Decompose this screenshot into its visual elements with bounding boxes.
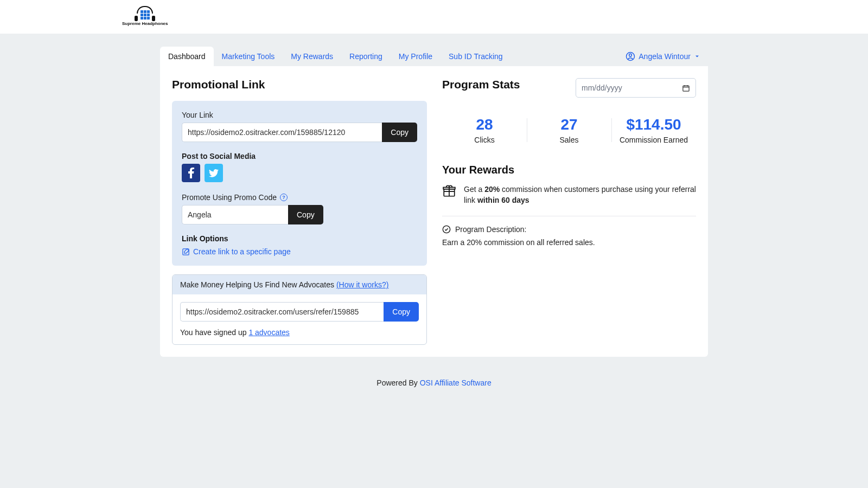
tab-dashboard[interactable]: Dashboard	[160, 47, 214, 66]
twitter-icon	[209, 169, 219, 177]
user-menu[interactable]: Angela Wintour	[626, 52, 708, 61]
facebook-button[interactable]	[182, 164, 200, 182]
nav-tabs: Dashboard Marketing Tools My Rewards Rep…	[160, 47, 708, 66]
post-social-label: Post to Social Media	[182, 152, 417, 160]
promo-heading: Promotional Link	[172, 78, 427, 91]
reward-line: Get a 20% commission when customers purc…	[442, 184, 696, 216]
tab-marketing-tools[interactable]: Marketing Tools	[214, 47, 283, 66]
user-icon	[626, 52, 635, 61]
facebook-icon	[188, 168, 194, 178]
create-link-specific-page[interactable]: Create link to a specific page	[182, 247, 417, 256]
headphones-icon	[135, 8, 155, 20]
promo-code-label: Promote Using Promo Code	[182, 193, 277, 202]
advocate-link-input[interactable]	[180, 302, 384, 322]
how-it-works-link[interactable]: (How it works?)	[336, 280, 388, 289]
stat-clicks: 28 Clicks	[442, 116, 527, 144]
top-header: Supreme Headphones	[0, 0, 868, 34]
rewards-heading: Your Rewards	[442, 164, 696, 176]
advocate-heading: Make Money Helping Us Find New Advocates…	[173, 275, 426, 294]
footer: Powered By OSI Affiliate Software	[0, 357, 868, 398]
stat-commission: $114.50 Commission Earned	[611, 116, 696, 144]
copy-advocate-button[interactable]: Copy	[384, 302, 419, 322]
help-icon[interactable]: ?	[280, 194, 288, 201]
twitter-button[interactable]	[205, 164, 223, 182]
stats-row: 28 Clicks 27 Sales $114.50 Commission Ea…	[442, 116, 696, 144]
checkmark-circle-icon	[442, 225, 451, 234]
edit-icon	[182, 248, 190, 256]
chevron-down-icon	[694, 53, 700, 60]
stat-sales: 27 Sales	[527, 116, 611, 144]
promo-box: Your Link Copy Post to Social Media Prom…	[172, 101, 427, 266]
brand-name: Supreme Headphones	[122, 21, 168, 26]
user-name: Angela Wintour	[639, 52, 691, 61]
link-options-heading: Link Options	[182, 234, 417, 243]
signed-up-text: You have signed up 1 advocates	[180, 328, 419, 337]
svg-point-6	[443, 226, 450, 233]
advocates-count-link[interactable]: 1 advocates	[248, 328, 290, 337]
copy-link-button[interactable]: Copy	[382, 123, 417, 142]
footer-link[interactable]: OSI Affiliate Software	[420, 378, 492, 387]
copy-promo-button[interactable]: Copy	[288, 205, 323, 224]
date-filter-input[interactable]: mm/dd/yyyy	[576, 78, 696, 98]
program-desc-label-row: Program Description:	[442, 225, 696, 234]
svg-point-1	[629, 54, 632, 56]
main-card: Promotional Link Your Link Copy Post to …	[160, 66, 708, 357]
program-desc-text: Earn a 20% commission on all referred sa…	[442, 237, 696, 248]
your-link-input[interactable]	[182, 123, 382, 142]
gift-icon	[442, 184, 456, 198]
promo-code-input[interactable]	[182, 205, 288, 224]
tab-my-rewards[interactable]: My Rewards	[283, 47, 341, 66]
svg-rect-3	[683, 86, 689, 91]
your-link-label: Your Link	[182, 111, 417, 119]
calendar-icon	[682, 84, 690, 92]
advocate-box: Make Money Helping Us Find New Advocates…	[172, 274, 427, 345]
tab-reporting[interactable]: Reporting	[341, 47, 391, 66]
program-stats-heading: Program Stats	[442, 78, 520, 91]
tab-my-profile[interactable]: My Profile	[391, 47, 441, 66]
brand-logo: Supreme Headphones	[122, 8, 168, 26]
tab-sub-id-tracking[interactable]: Sub ID Tracking	[441, 47, 511, 66]
